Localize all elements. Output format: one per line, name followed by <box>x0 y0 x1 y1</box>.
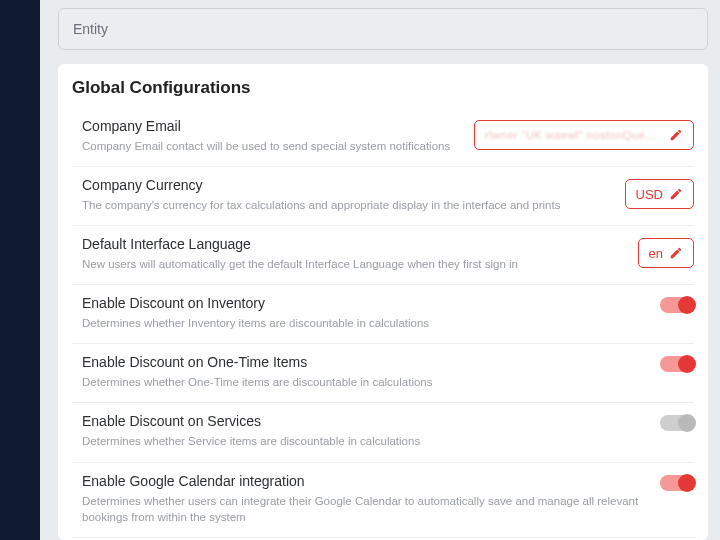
pencil-icon <box>669 246 683 260</box>
setting-title: Enable Discount on Services <box>82 413 646 429</box>
toggle-google-calendar[interactable] <box>660 475 694 491</box>
setting-title: Default Interface Language <box>82 236 624 252</box>
row-discount-inventory: Enable Discount on Inventory Determines … <box>72 285 694 344</box>
setting-title: Enable Google Calendar integration <box>82 473 646 489</box>
row-company-email: Company Email Company Email contact will… <box>72 108 694 167</box>
currency-edit[interactable]: USD <box>625 179 694 209</box>
setting-desc: Determines whether One-Time items are di… <box>82 374 646 390</box>
page-title: Global Configurations <box>72 78 694 98</box>
company-email-edit[interactable]: rlwner "UK waewl" nostonQue… <box>474 120 694 150</box>
setting-title: Enable Discount on Inventory <box>82 295 646 311</box>
setting-title: Enable Discount on One-Time Items <box>82 354 646 370</box>
setting-desc: Determines whether Inventory items are d… <box>82 315 646 331</box>
setting-desc: Determines whether users can integrate t… <box>82 493 646 525</box>
language-value: en <box>649 246 663 261</box>
setting-title: Company Email <box>82 118 460 134</box>
setting-title: Company Currency <box>82 177 611 193</box>
toggle-discount-inventory[interactable] <box>660 297 694 313</box>
setting-desc: Determines whether Service items are dis… <box>82 433 646 449</box>
row-default-language: Default Interface Language New users wil… <box>72 226 694 285</box>
row-google-calendar: Enable Google Calendar integration Deter… <box>72 463 694 538</box>
setting-desc: New users will automatically get the def… <box>82 256 624 272</box>
entity-placeholder: Entity <box>73 21 108 37</box>
entity-select[interactable]: Entity <box>58 8 708 50</box>
currency-value: USD <box>636 187 663 202</box>
sidebar-nav[interactable] <box>0 0 40 540</box>
language-edit[interactable]: en <box>638 238 694 268</box>
setting-desc: The company's currency for tax calculati… <box>82 197 611 213</box>
setting-desc: Company Email contact will be used to se… <box>82 138 460 154</box>
toggle-discount-onetime[interactable] <box>660 356 694 372</box>
row-discount-onetime: Enable Discount on One-Time Items Determ… <box>72 344 694 403</box>
row-company-currency: Company Currency The company's currency … <box>72 167 694 226</box>
row-discount-services: Enable Discount on Services Determines w… <box>72 403 694 462</box>
config-card: Global Configurations Company Email Comp… <box>58 64 708 540</box>
pencil-icon <box>669 128 683 142</box>
toggle-discount-services[interactable] <box>660 415 694 431</box>
email-value-redacted: rlwner "UK waewl" nostonQue… <box>485 129 663 141</box>
main-content: Entity Global Configurations Company Ema… <box>40 0 720 540</box>
pencil-icon <box>669 187 683 201</box>
